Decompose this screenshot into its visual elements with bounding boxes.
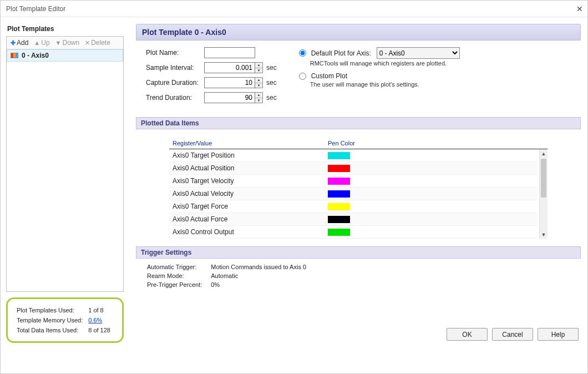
plotted-data-area: Register/Value Pen Color Axis0 Target Po… [136,129,581,242]
register-name: Axis0 Target Position [173,151,328,159]
stats-memory-link[interactable]: 0.6% [88,317,102,324]
default-plot-label: Default Plot for Axis: [311,49,371,57]
plot-name-input[interactable] [204,47,255,58]
template-list-item[interactable]: 0 - Axis0 [7,49,123,62]
pen-color-swatch [328,190,350,198]
help-button[interactable]: Help [538,328,579,341]
spinner-up-icon[interactable]: ▲ [255,63,262,68]
plotted-data-header: Plotted Data Items [136,117,581,129]
pen-color-swatch [328,152,350,159]
table-row[interactable]: Axis0 Target Force [169,200,537,213]
capture-duration-unit: sec [266,79,277,87]
custom-plot-radio[interactable] [299,73,306,80]
scroll-thumb[interactable] [541,159,546,198]
pre-trigger-label: Pre-Trigger Percent: [147,281,210,289]
arrow-down-icon: ▼ [55,40,62,46]
table-row[interactable]: Axis0 Control Output [169,226,537,239]
scroll-up-icon[interactable]: ▲ [540,149,548,158]
table-row[interactable]: Axis0 Actual Force [169,213,537,226]
custom-plot-label: Custom Plot [311,72,347,80]
titlebar: Plot Template Editor ✕ [1,1,587,17]
rearm-mode-label: Rearm Mode: [147,272,210,280]
pen-color-swatch [328,229,350,236]
ok-button[interactable]: OK [447,328,488,341]
spinner-up-icon[interactable]: ▲ [255,93,262,98]
auto-trigger-label: Automatic Trigger: [147,263,210,271]
rearm-mode-value: Automatic [211,272,314,280]
data-rows: Axis0 Target PositionAxis0 Actual Positi… [169,149,537,239]
pen-color-swatch [328,216,350,223]
template-list: 0 - Axis0 [7,49,123,291]
sample-interval-unit: sec [266,64,277,72]
trend-duration-spinner[interactable]: ▲▼ [255,92,263,103]
spinner-down-icon[interactable]: ▼ [255,98,262,103]
plot-templates-heading: Plot Templates [7,25,124,33]
trigger-settings-header: Trigger Settings [136,246,581,259]
spinner-down-icon[interactable]: ▼ [255,68,262,73]
arrow-up-icon: ▲ [34,40,40,46]
cancel-button[interactable]: Cancel [492,328,533,341]
trend-duration-input[interactable] [204,92,255,103]
data-table-header: Register/Value Pen Color [169,138,548,149]
register-name: Axis0 Actual Velocity [173,190,328,198]
register-name: Axis0 Control Output [173,228,328,236]
pre-trigger-value: 0% [211,281,314,289]
col-register: Register/Value [173,140,328,146]
dialog-footer: OK Cancel Help [447,328,579,341]
stats-items-value: 8 of 128 [86,326,113,335]
pen-color-swatch [328,178,350,185]
table-row[interactable]: Axis0 Actual Position [169,162,537,175]
register-name: Axis0 Actual Force [173,215,328,223]
window-title: Plot Template Editor [6,5,65,13]
capture-duration-spinner[interactable]: ▲▼ [255,77,263,88]
close-icon[interactable]: ✕ [561,4,583,13]
add-button[interactable]: ✚ Add [9,38,30,47]
pen-color-swatch [328,203,350,210]
register-name: Axis0 Target Velocity [173,177,328,185]
scroll-down-icon[interactable]: ▼ [540,230,548,239]
spinner-down-icon[interactable]: ▼ [255,83,262,88]
table-row[interactable]: Axis0 Target Position [169,149,537,162]
register-name: Axis0 Actual Position [173,164,328,172]
stats-box: Plot Templates Used: 1 of 8 Template Mem… [6,297,124,343]
col-pen-color: Pen Color [328,140,355,146]
stats-templates-value: 1 of 8 [86,306,113,315]
main-header: Plot Template 0 - Axis0 [136,24,581,41]
template-item-label: 0 - Axis0 [22,52,49,59]
default-plot-desc: RMCTools will manage which registers are… [310,60,571,67]
stats-items-label: Total Data Items Used: [14,326,85,335]
table-row[interactable]: Axis0 Actual Velocity [169,188,537,200]
data-scrollbar[interactable]: ▲ ▼ [539,149,548,239]
default-axis-select[interactable]: 0 - Axis0 [377,47,460,59]
pen-color-swatch [328,165,350,172]
plot-name-label: Plot Name: [146,49,204,57]
trend-duration-unit: sec [266,94,277,102]
right-pane: Plot Template 0 - Axis0 Plot Name: Sampl… [126,17,587,347]
sample-interval-spinner[interactable]: ▲▼ [255,62,263,73]
sample-interval-label: Sample Interval: [146,64,204,72]
form-area: Plot Name: Sample Interval: ▲▼ sec Captu… [136,41,581,113]
stats-memory-label: Template Memory Used: [14,316,85,325]
register-name: Axis0 Target Force [173,203,328,210]
capture-duration-label: Capture Duration: [146,79,204,87]
sample-interval-input[interactable] [204,62,255,73]
auto-trigger-value: Motion Commands issued to Axis 0 [211,263,314,271]
table-row[interactable]: Axis0 Target Velocity [169,175,537,188]
trigger-settings-area: Automatic Trigger: Motion Commands issue… [136,259,581,293]
left-pane: Plot Templates ✚ Add ▲ Up ▼ Down ✕ Delet… [1,17,126,347]
capture-duration-input[interactable] [204,77,255,88]
spinner-up-icon[interactable]: ▲ [255,78,262,83]
trend-duration-label: Trend Duration: [146,94,204,102]
down-button[interactable]: ▼ Down [54,38,82,47]
template-toolbar: ✚ Add ▲ Up ▼ Down ✕ Delete [7,37,123,49]
up-button[interactable]: ▲ Up [32,38,51,47]
template-list-box: ✚ Add ▲ Up ▼ Down ✕ Delete [6,36,124,292]
plus-icon: ✚ [11,40,16,46]
delete-icon: ✕ [85,40,90,46]
stats-templates-label: Plot Templates Used: [14,306,85,315]
default-plot-radio[interactable] [299,49,306,57]
plot-icon [11,53,18,58]
delete-button[interactable]: ✕ Delete [83,38,112,47]
custom-plot-desc: The user will manage this plot's setting… [310,81,571,88]
